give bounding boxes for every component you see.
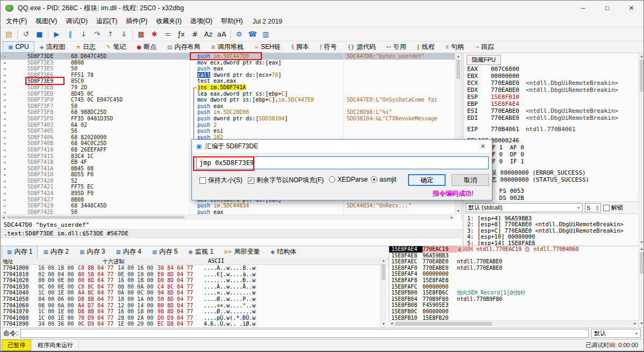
pause-icon[interactable]: ∥: [64, 28, 76, 40]
breakpoint-dot[interactable]: ●: [4, 171, 6, 178]
tab-seh[interactable]: ∞SEH链: [249, 41, 286, 54]
disasm-horizontal-scrollbar[interactable]: ◄ ►: [1, 214, 455, 220]
disasm-row[interactable]: ●5D8F73ED8D45 0Clea eax,dword ptr ss:[eb…: [1, 91, 455, 97]
tab-breakpoints[interactable]: ●断点: [131, 41, 162, 54]
scroll-thumb[interactable]: [640, 252, 643, 274]
open-file-icon[interactable]: ▤: [3, 28, 15, 40]
disasm-row[interactable]: ●5D8F73F868 988DC25Dpush im.5DC28D985DC2…: [1, 109, 455, 116]
tab-source[interactable]: {}源代码: [342, 41, 381, 54]
tab-memory-4[interactable]: ▦内存 4: [110, 246, 146, 258]
help-phone-icon[interactable]: ☎: [246, 28, 259, 40]
tab-handles[interactable]: ¤句柄: [440, 41, 469, 54]
memory-row[interactable]: 7704102000 00 0E 0000 8D 04 7716 00 18 0…: [1, 277, 380, 284]
step-into-icon[interactable]: ↓: [77, 28, 90, 40]
disasm-row[interactable]: ●5D8F742E50push eax: [1, 209, 455, 214]
breakpoint-dot[interactable]: ●: [4, 116, 6, 122]
command-profile-dropdown[interactable]: 默认▼: [591, 329, 641, 338]
asmjit-radio[interactable]: asmjit: [371, 176, 396, 183]
menu-options[interactable]: 选项(O): [186, 15, 217, 27]
memory-row[interactable]: 7704100016 00 1B 00C0 8B 04 7714 00 16 0…: [1, 265, 380, 271]
scroll-up-arrow[interactable]: ▲: [455, 54, 461, 59]
register-row-eflags[interactable]: EFLAGS00000246: [467, 137, 637, 144]
memory-row[interactable]: 7704101002 00 04 0080 5B 04 770E 00 10 0…: [1, 271, 380, 278]
close-button[interactable]: ✕: [619, 1, 643, 16]
scroll-thumb[interactable]: [382, 264, 385, 280]
scroll-left-arrow[interactable]: ◄: [390, 321, 393, 327]
tab-references[interactable]: ↩引用: [381, 41, 411, 54]
step-out-icon[interactable]: ↑: [104, 28, 117, 40]
breakpoint-dot[interactable]: ●: [4, 78, 6, 84]
registers-vertical-scrollbar[interactable]: ▲ ▼: [638, 53, 644, 246]
breakpoint-dot[interactable]: ●: [4, 109, 6, 116]
memory-row[interactable]: 7704109034 00 36 000C D9 04 771E 00 20 0…: [1, 321, 380, 327]
register-row-ecx[interactable]: ECX770EABE0<ntdll.DbgUiRemoteBreakin>: [467, 80, 637, 87]
tab-log[interactable]: ≡日志: [71, 41, 101, 54]
menu-favourites[interactable]: 收藏夹(I): [152, 15, 185, 27]
scroll-right-arrow[interactable]: ►: [633, 321, 637, 327]
dialog-close-button[interactable]: ✕: [474, 140, 492, 153]
stack-row[interactable]: 15E8FAE896A59BB3: [389, 253, 638, 259]
breakpoint-dot[interactable]: ●: [4, 97, 6, 103]
breakpoint-dot[interactable]: ●: [4, 103, 6, 110]
tab-symbols[interactable]: ƒ符号: [314, 41, 342, 54]
breakpoint-dot[interactable]: ●: [4, 122, 6, 128]
menu-debug[interactable]: 调试(D): [61, 15, 92, 27]
settings-gear-icon[interactable]: ⚙: [233, 28, 245, 40]
stack-row[interactable]: 15E8FB08F45905E3: [389, 302, 638, 308]
breakpoint-dot[interactable]: ●: [4, 72, 6, 78]
tab-cpu[interactable]: ▣CPU: [3, 41, 34, 53]
stack-row[interactable]: 15E8FB04770B9F80ntdll.770B9F80: [389, 296, 638, 303]
xedparse-radio[interactable]: XEDParse: [329, 176, 368, 183]
argument-list[interactable]: 1: [esp+4] 96A59BB32: [esp+8] 770EABE0 <…: [467, 215, 637, 246]
breakpoint-dot[interactable]: ●: [4, 53, 6, 60]
maximize-button[interactable]: □: [595, 1, 619, 16]
tab-script[interactable]: §脚本: [286, 41, 314, 54]
breakpoint-dot[interactable]: ●: [4, 197, 6, 203]
stack-row[interactable]: 15E8FAE4770EAC19返回到 ntdll.770EAC19 自 ntd…: [389, 246, 638, 253]
nop-fill-checkbox[interactable]: 剩余字节以NOP填充(F): [248, 176, 324, 185]
breakpoint-dot[interactable]: ●: [4, 166, 6, 172]
memory-row[interactable]: 770410300C 00 0E 00C0 8C 04 7708 00 0A 0…: [1, 284, 380, 290]
menu-trace[interactable]: 追踪(T): [92, 15, 121, 27]
scroll-down-arrow[interactable]: ▼: [639, 321, 644, 326]
register-row-esp[interactable]: ESP15E8FB10: [467, 94, 637, 100]
breakpoint-dot[interactable]: ●: [4, 203, 6, 209]
minimize-button[interactable]: ─: [571, 1, 595, 16]
disasm-row[interactable]: ●5D8F73F750push eax: [1, 103, 455, 110]
register-row-ebp[interactable]: EBP15E8FAE4: [467, 100, 637, 107]
menu-view[interactable]: 视图(V): [31, 15, 61, 27]
memory-row[interactable]: 770410801C 00 1E 0070 D9 04 7728 00 2A 0…: [1, 315, 380, 321]
breakpoint-dot[interactable]: ●: [4, 209, 6, 214]
tab-memory-3[interactable]: ▦内存 3: [74, 246, 110, 258]
run-to-user-code-icon[interactable]: ⇓: [118, 28, 130, 40]
tab-notes[interactable]: ✎笔记: [101, 41, 131, 54]
register-row-ebx[interactable]: EBX00000000: [467, 73, 637, 80]
restart-icon[interactable]: ↺: [20, 28, 32, 40]
tab-call-stack[interactable]: ≣调用堆栈: [205, 41, 248, 54]
stack-row[interactable]: 15E8FAEC770EABE0ntdll.770EABE0: [389, 258, 638, 265]
scroll-down-arrow[interactable]: ▼: [381, 321, 387, 327]
tab-memory-1[interactable]: ▦内存 1: [2, 246, 38, 258]
spinner-down-icon[interactable]: ▼: [596, 208, 599, 211]
scroll-up-arrow[interactable]: ▲: [381, 258, 387, 263]
stack-vertical-scrollbar[interactable]: ▲ ▼: [638, 246, 644, 327]
scroll-down-arrow[interactable]: ▼: [639, 240, 644, 245]
register-row-edi[interactable]: EDI770EABE0<ntdll.DbgUiRemoteBreakin>: [467, 114, 637, 121]
case-icon[interactable]: aA: [216, 28, 228, 40]
scroll-up-arrow[interactable]: ▲: [639, 54, 644, 59]
memory-row[interactable]: 7704105004 00 06 00D8 8B 04 7718 00 1A 0…: [1, 296, 380, 303]
disasm-row[interactable]: ●5D8F74036A 02push 2: [1, 122, 455, 128]
register-row-esi[interactable]: ESI770EABE0<ntdll.DbgUiRemoteBreakin>: [467, 107, 637, 114]
stack-row[interactable]: 15E8FAF815E8FAE8: [389, 277, 638, 284]
tab-memory-2[interactable]: ▦内存 2: [38, 246, 74, 258]
disasm-row[interactable]: ●5D8F73E985C0test eax,eax: [1, 78, 455, 84]
disasm-row[interactable]: ●5D8F73E38B08mov ecx,dword ptr ds:[eax]: [1, 60, 455, 66]
stack-row[interactable]: 15E8FAF0770EABE0ntdll.770EABE0: [389, 265, 638, 271]
assemble-instruction-input[interactable]: [196, 156, 489, 169]
disasm-row[interactable]: ●5D8F73F0C745 0C E047C45Dmov dword ptr s…: [1, 97, 455, 103]
tab-graph[interactable]: ◈流程图: [34, 41, 71, 54]
breakpoint-dot[interactable]: ●: [4, 178, 6, 184]
scroll-thumb[interactable]: [395, 322, 492, 326]
argument-count-spinner[interactable]: 5▲▼: [585, 203, 601, 212]
disasm-row[interactable]: ●5D8F73E550push eax: [1, 66, 455, 72]
